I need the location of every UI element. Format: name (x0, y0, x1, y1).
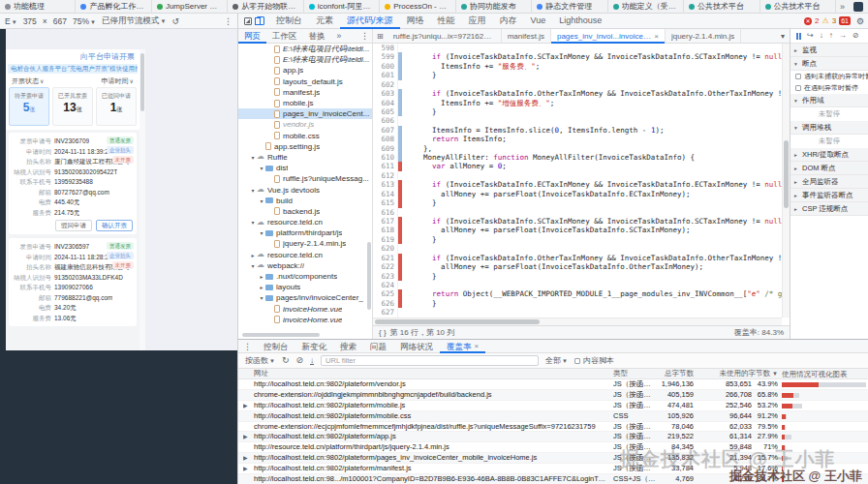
code-line[interactable]: 627 (373, 308, 782, 317)
devtools-tab-元素[interactable]: 元素 (309, 14, 340, 29)
more-tools-icon[interactable]: ⋮ (238, 342, 257, 351)
coverage-row[interactable]: http://localhost.teld.cn:9802/plateform/… (238, 379, 868, 390)
pause-icon[interactable] (796, 33, 801, 40)
coverage-row[interactable]: http://localhost.teld.cn:9802/plateform/… (238, 411, 868, 422)
tree-item[interactable]: ▸☁resource.teld.cn (238, 250, 373, 260)
checkbox-icon[interactable] (795, 85, 801, 91)
debugger-section-CSP 违规断点[interactable]: ▸CSP 违规断点 (790, 202, 868, 216)
line-number[interactable]: 618 (373, 226, 398, 234)
line-number[interactable]: 602 (373, 80, 398, 89)
tree-item[interactable]: ▾pages/inv/invoiceCenter_ (238, 292, 373, 303)
drawer-tab-控制台[interactable]: 控制台 (257, 340, 295, 353)
tree-item[interactable]: pages_inv_invoiceCent... (238, 108, 373, 119)
tree-item[interactable]: E:\特来电项目代码\teldi... (238, 44, 373, 54)
code-line[interactable]: 621 if (InvoiceTaskDataInfo.OtherTaxInMo… (373, 254, 782, 262)
line-number[interactable]: 601 (373, 71, 398, 79)
window-icon[interactable] (853, 2, 863, 12)
code-line[interactable]: 599 if (InvoiceTaskDataInfo.SCTaxInMoney… (373, 52, 782, 61)
tree-item[interactable]: mobile.css (238, 131, 373, 141)
browser-tab[interactable]: 产品孵化工作台(Backl... (76, 0, 151, 14)
tree-vertical-scrollbar[interactable] (367, 242, 371, 310)
code-line[interactable]: 603 if (InvoiceTaskDataInfo.OtherTaxInMo… (373, 89, 782, 98)
navigator-tab-网页[interactable]: 网页 (238, 29, 266, 44)
code-line[interactable]: 613 if (InvoiceTaskDataInfo.ECTaxInMoney… (373, 180, 782, 189)
device-preset-select[interactable]: E▼ (5, 16, 17, 26)
warning-icon[interactable]: ⚠ (822, 17, 829, 25)
line-number[interactable]: 609 (373, 144, 398, 153)
code-editor[interactable]: 598599 if (InvoiceTaskDataInfo.SCTaxInMo… (373, 44, 782, 318)
coverage-row[interactable]: http://localhost.teld.cn:98.../m100001?C… (238, 474, 868, 484)
column-header-url[interactable]: 网址 (254, 369, 608, 378)
debugger-section-监视[interactable]: ▸监视 (790, 44, 868, 57)
line-number[interactable]: 615 (373, 198, 398, 207)
browser-tab[interactable]: iconfont-阿里巴巴... (304, 0, 380, 14)
browser-tab[interactable]: 功能梳理 (0, 0, 76, 14)
navigator-tab-工作区[interactable]: 工作区 (266, 29, 303, 44)
inspect-element-icon[interactable] (244, 17, 252, 25)
navigator-tab-»[interactable]: » (331, 29, 348, 44)
invoice-card[interactable]: 发票申请号INV2306597申请时间2024-11-11 18:28:39抬头… (9, 238, 137, 326)
page-scrollbar[interactable] (140, 49, 145, 350)
line-number[interactable]: 624 (373, 281, 398, 289)
editor-tab[interactable]: manifest.js (502, 29, 551, 44)
code-line[interactable]: 620 (373, 244, 782, 253)
devtools-tab-内存[interactable]: 内存 (493, 14, 524, 29)
line-number[interactable]: 605 (373, 107, 398, 116)
code-line[interactable]: 623 } (373, 272, 782, 281)
clear-icon[interactable]: ⊘ (296, 356, 304, 365)
tree-item[interactable]: ▾☁webpack:// (238, 260, 373, 271)
coverage-mode-select[interactable]: 按函数▼ (245, 355, 275, 366)
navigator-tab-替换[interactable]: 替换 (303, 29, 331, 44)
error-icon[interactable]: ✕ (804, 17, 812, 25)
debugger-section-全局监听器[interactable]: ▸全局监听器 (790, 175, 868, 189)
close-icon[interactable]: × (475, 340, 480, 353)
line-number[interactable]: 617 (373, 217, 398, 226)
browser-tab[interactable]: 静态文件管理 (532, 0, 607, 14)
drawer-tab-网络状况[interactable]: 网络状况 (393, 340, 440, 353)
devtools-tab-应用[interactable]: 应用 (462, 14, 493, 29)
code-line[interactable]: 614 allMoney += parseFloat(InvoiceTaskDa… (373, 190, 782, 198)
tree-item[interactable]: invoiceHome.vue (238, 315, 373, 325)
code-line[interactable]: 604 ItemsInfo += "增值服务费、"; (373, 99, 782, 107)
zoom-select[interactable]: 75%▼ (73, 16, 96, 26)
invoice-card[interactable]: 发票申请号INV2306709申请时间2024-11-11 18:39:22抬头… (9, 133, 137, 234)
tree-item[interactable]: vendor.js (238, 119, 373, 130)
code-line[interactable]: 600 ItemsInfo += "服务费、"; (373, 62, 782, 71)
warning-count[interactable]: 3 (832, 16, 836, 25)
device-toolbar-toggle-icon[interactable] (257, 16, 264, 25)
line-number[interactable]: 600 (373, 62, 398, 71)
editor-tab[interactable]: jquery-2.1.4.min.js (666, 29, 741, 44)
checkbox-icon[interactable] (795, 74, 801, 79)
code-line[interactable]: 611 var allMoney = 0; (373, 162, 782, 170)
code-line[interactable]: 612 (373, 171, 782, 180)
group-files-icon[interactable]: ⊞ (373, 32, 388, 41)
tree-item[interactable]: ▸layouts (238, 282, 373, 292)
browser-tab[interactable]: 公共技术平台 (684, 0, 760, 14)
browser-tab[interactable]: ProcessOn - 我的... (380, 0, 455, 14)
step-out-icon[interactable]: ↑ (829, 32, 833, 40)
debugger-section-XHR/提取断点[interactable]: ▸XHR/提取断点 (790, 148, 868, 162)
code-line[interactable]: 609 }, (373, 144, 782, 153)
tree-item[interactable]: invoiceHome.vue (238, 304, 373, 315)
browser-tab[interactable]: JumpServer 开源... (152, 0, 228, 14)
tree-item[interactable]: ▾platform/thirdpart/js (238, 227, 373, 238)
line-number[interactable]: 612 (373, 171, 398, 180)
devtools-tab-控制台[interactable]: 控制台 (269, 14, 309, 29)
chevron-down-icon[interactable]: ▾ (776, 32, 790, 41)
line-number[interactable]: 623 (373, 272, 398, 281)
code-line[interactable]: 616 (373, 208, 782, 217)
expand-arrow-icon[interactable]: ▶ (243, 432, 252, 441)
debugger-section-调用堆栈[interactable]: ▾调用堆栈 (790, 121, 868, 135)
code-line[interactable]: 626 } (373, 299, 782, 308)
more-options-icon[interactable]: ⋮ (224, 16, 232, 26)
tree-item[interactable]: jquery-2.1.4.min.js (238, 238, 373, 249)
tab-overflow-chevron[interactable]: » (836, 2, 849, 12)
column-header-unused-bytes[interactable]: 未使用的字节数 ▼ (674, 369, 778, 378)
rotate-icon[interactable]: ↺ (171, 16, 179, 26)
breakpoint-option[interactable]: 在遇到异常时暂停 (790, 82, 868, 94)
line-number[interactable]: 619 (373, 235, 398, 244)
browser-tab[interactable]: 从零开始物联网接入... (228, 0, 303, 14)
coverage-row[interactable]: ▶http://localhost.teld.cn:9802/plateform… (238, 432, 868, 442)
content-scripts-toggle[interactable]: 内容脚本 (574, 355, 614, 366)
stat-card[interactable]: 已驳回申请1张 (96, 87, 137, 126)
